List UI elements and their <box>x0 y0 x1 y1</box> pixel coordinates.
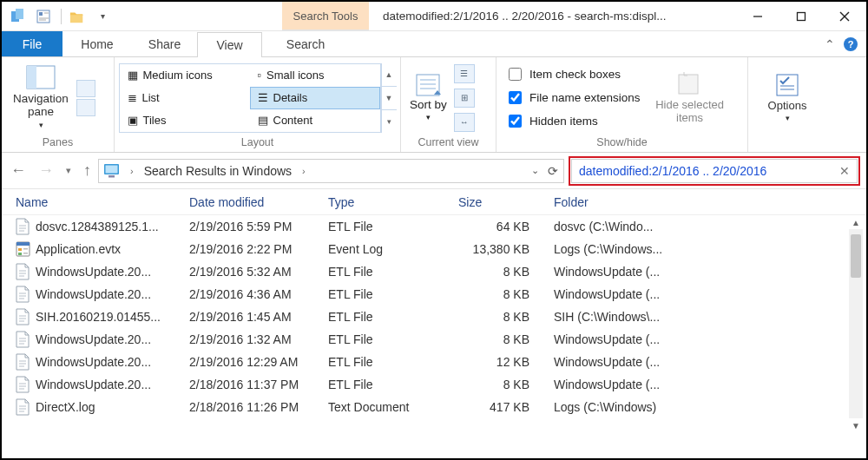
file-folder: WindowsUpdate (... <box>554 378 866 391</box>
file-folder: WindowsUpdate (... <box>554 265 866 279</box>
navigation-pane-button[interactable]: Navigation pane ▾ <box>10 65 71 131</box>
file-type: ETL File <box>328 332 458 346</box>
file-row[interactable]: WindowsUpdate.20...2/19/2016 12:29 AMETL… <box>2 351 866 373</box>
group-panes-label: Panes <box>10 135 105 152</box>
layout-list[interactable]: ≣List <box>120 87 250 109</box>
file-row[interactable]: WindowsUpdate.20...2/19/2016 1:32 AMETL … <box>2 328 866 351</box>
layout-gallery[interactable]: ▦Medium icons ▫Small icons ≣List ☰Detail… <box>119 63 381 133</box>
chevron-up-icon[interactable]: ▲ <box>382 63 397 87</box>
file-icon <box>16 398 30 416</box>
file-list: dosvc.1284389125.1...2/19/2016 5:59 PMET… <box>2 215 866 432</box>
item-check-boxes-toggle[interactable]: Item check boxes <box>505 65 641 83</box>
size-columns-button[interactable]: ↔ <box>454 113 475 132</box>
ribbon: Navigation pane ▾ Panes ▦Medium icons ▫S… <box>2 57 866 153</box>
refresh-icon[interactable]: ⟳ <box>548 164 558 178</box>
scroll-thumb[interactable] <box>851 234 861 278</box>
file-row[interactable]: DirectX.log2/18/2016 11:26 PMText Docume… <box>2 396 866 418</box>
sort-by-button[interactable]: Sort by ▾ <box>410 73 447 122</box>
pane-options <box>76 80 95 116</box>
svg-rect-16 <box>39 12 43 16</box>
layout-tiles[interactable]: ▣Tiles <box>120 109 250 132</box>
up-button[interactable]: ↑ <box>83 161 91 180</box>
options-button[interactable]: Options ▾ <box>757 72 818 122</box>
file-date: 2/19/2016 1:32 AM <box>189 332 328 346</box>
breadcrumb-sep-icon[interactable]: › <box>127 166 137 176</box>
layout-gallery-scroll[interactable]: ▲ ▼ ▾ <box>381 63 397 133</box>
file-row[interactable]: dosvc.1284389125.1...2/19/2016 5:59 PMET… <box>2 215 866 238</box>
file-date: 2/18/2016 11:37 PM <box>189 378 328 391</box>
vertical-scrollbar[interactable]: ▲ ▼ <box>849 215 863 432</box>
file-row[interactable]: SIH.20160219.01455...2/19/2016 1:45 AMET… <box>2 306 866 328</box>
ribbon-tabs: File Home Share View Search ⌃ ? <box>2 31 866 57</box>
maximize-button[interactable] <box>779 2 823 30</box>
new-folder-icon[interactable] <box>69 7 88 26</box>
svg-rect-25 <box>27 66 36 89</box>
file-type: ETL File <box>328 355 458 369</box>
close-button[interactable] <box>823 2 866 30</box>
file-size: 8 KB <box>458 265 554 279</box>
ribbon-collapse-icon[interactable]: ⌃ <box>825 37 835 51</box>
svg-rect-14 <box>16 9 23 19</box>
file-date: 2/19/2016 2:22 PM <box>189 242 328 256</box>
svg-rect-30 <box>679 75 698 94</box>
col-type[interactable]: Type <box>328 195 458 209</box>
group-by-button[interactable]: ☰ <box>454 64 475 83</box>
breadcrumb-sep-icon[interactable]: › <box>299 166 309 176</box>
help-icon[interactable]: ? <box>844 37 858 51</box>
file-name: Application.evtx <box>36 242 121 256</box>
file-type: ETL File <box>328 310 458 324</box>
col-folder[interactable]: Folder <box>554 195 866 209</box>
tab-search[interactable]: Search <box>262 31 349 56</box>
tab-view[interactable]: View <box>197 32 262 57</box>
layout-details[interactable]: ☰Details <box>250 87 380 109</box>
file-folder: dosvc (C:\Windo... <box>554 220 866 233</box>
address-dropdown-icon[interactable]: ⌄ <box>531 165 539 176</box>
breadcrumb[interactable]: Search Results in Windows <box>142 164 293 178</box>
forward-button[interactable]: → <box>38 161 54 180</box>
contextual-tab-search-tools[interactable]: Search Tools <box>282 2 369 30</box>
search-input[interactable]: datemodified:2/1/2016 .. 2/20/2016 ✕ <box>571 159 858 183</box>
file-folder: WindowsUpdate (... <box>554 332 866 346</box>
file-row[interactable]: Application.evtx2/19/2016 2:22 PMEvent L… <box>2 238 866 260</box>
clear-search-icon[interactable]: ✕ <box>839 164 850 178</box>
add-columns-button[interactable]: ⊞ <box>454 89 475 108</box>
hidden-items-toggle[interactable]: Hidden items <box>505 112 641 130</box>
file-row[interactable]: WindowsUpdate.20...2/19/2016 4:36 AMETL … <box>2 283 866 306</box>
file-icon <box>16 308 30 325</box>
qat-customize-icon[interactable]: ▾ <box>93 7 112 26</box>
titlebar: ▾ Search Tools datemodified:2/1/2016 .. … <box>2 2 866 31</box>
col-date[interactable]: Date modified <box>189 195 328 209</box>
layout-small-icons[interactable]: ▫Small icons <box>250 64 380 87</box>
file-name: SIH.20160219.01455... <box>36 310 161 324</box>
tab-share[interactable]: Share <box>132 31 197 56</box>
tab-home[interactable]: Home <box>62 31 132 56</box>
address-bar[interactable]: › Search Results in Windows › ⌄ ⟳ <box>98 159 564 183</box>
recent-locations-button[interactable]: ▾ <box>66 165 71 176</box>
properties-icon[interactable] <box>35 7 54 26</box>
scroll-down-icon[interactable]: ▼ <box>849 418 863 432</box>
file-row[interactable]: WindowsUpdate.20...2/18/2016 11:37 PMETL… <box>2 373 866 396</box>
file-name-extensions-toggle[interactable]: File name extensions <box>505 89 641 107</box>
window-title: datemodified:2/1/2016 .. 2/20/2016 - sea… <box>369 2 736 30</box>
col-name[interactable]: Name <box>16 195 189 209</box>
preview-pane-button[interactable] <box>76 80 95 97</box>
file-name: DirectX.log <box>36 400 95 414</box>
tab-file[interactable]: File <box>2 31 62 56</box>
expand-icon[interactable]: ▾ <box>382 110 397 133</box>
back-button[interactable]: ← <box>10 161 26 180</box>
layout-medium-icons[interactable]: ▦Medium icons <box>120 64 250 87</box>
file-row[interactable]: WindowsUpdate.20...2/19/2016 5:32 AMETL … <box>2 260 866 283</box>
file-size: 8 KB <box>458 378 554 391</box>
minimize-button[interactable] <box>736 2 779 30</box>
group-layout-label: Layout <box>123 135 391 152</box>
details-pane-button[interactable] <box>76 99 95 116</box>
chevron-down-icon[interactable]: ▼ <box>382 87 397 110</box>
file-icon <box>16 263 30 280</box>
file-folder: WindowsUpdate (... <box>554 355 866 369</box>
file-folder: Logs (C:\Windows... <box>554 242 866 256</box>
file-date: 2/19/2016 5:59 PM <box>189 220 328 233</box>
col-size[interactable]: Size <box>458 195 554 209</box>
file-icon <box>16 376 30 393</box>
layout-content[interactable]: ▤Content <box>250 109 380 132</box>
scroll-up-icon[interactable]: ▲ <box>849 215 863 229</box>
